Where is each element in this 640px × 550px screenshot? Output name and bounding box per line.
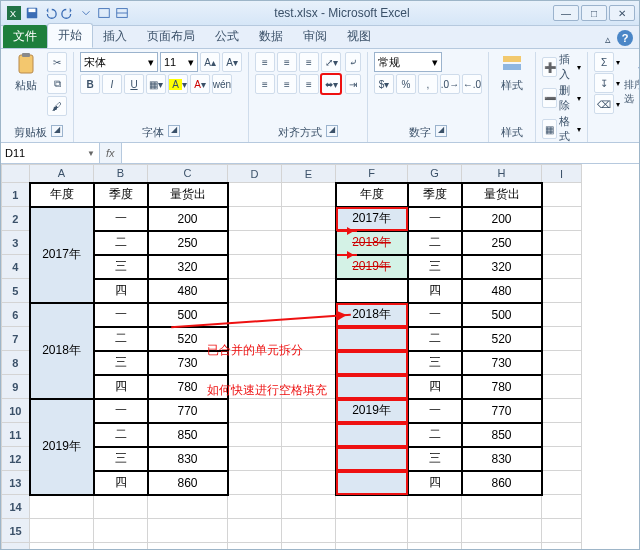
col-header-E[interactable]: E [282,165,336,183]
dec-decimal-button[interactable]: ←.0 [462,74,482,94]
font-size-combo[interactable]: 11▾ [160,52,198,72]
align-launcher[interactable]: ◢ [326,125,338,137]
help-icon[interactable]: ? [617,30,633,46]
title-bar: X test.xlsx - Microsoft Excel — □ ✕ [1,1,639,26]
merge-center-button[interactable]: ⬌▾ [321,74,341,94]
row-header-7[interactable]: 7 [2,327,30,351]
align-left-button[interactable]: ≡ [255,74,275,94]
row-header-1[interactable]: 1 [2,183,30,207]
clipboard-launcher[interactable]: ◢ [51,125,63,137]
col-header-F[interactable]: F [336,165,408,183]
font-launcher[interactable]: ◢ [168,125,180,137]
tab-4[interactable]: 数据 [249,25,293,48]
font-color-button[interactable]: A▾ [190,74,210,94]
align-bottom-button[interactable]: ≡ [299,52,319,72]
wrap-text-button[interactable]: ⤶ [345,52,361,72]
paste-icon [14,52,38,76]
qat-extra1-icon[interactable] [97,6,111,20]
percent-button[interactable]: % [396,74,416,94]
col-header-G[interactable]: G [408,165,462,183]
svg-rect-8 [22,53,30,57]
row-header-3[interactable]: 3 [2,231,30,255]
tab-file[interactable]: 文件 [3,25,47,48]
col-header-B[interactable]: B [94,165,148,183]
formula-input[interactable] [122,143,639,163]
merged-year[interactable]: 2017年 [30,207,94,303]
tab-6[interactable]: 视图 [337,25,381,48]
tab-2[interactable]: 页面布局 [137,25,205,48]
sort-filter-button[interactable]: 排序和筛选 [624,52,640,106]
cut-button[interactable]: ✂ [47,52,67,72]
number-launcher[interactable]: ◢ [435,125,447,137]
row-header-2[interactable]: 2 [2,207,30,231]
tab-1[interactable]: 插入 [93,25,137,48]
delete-cells-button[interactable]: ➖ [542,88,557,108]
insert-cells-button[interactable]: ➕ [542,57,557,77]
minimize-button[interactable]: — [553,5,579,21]
italic-button[interactable]: I [102,74,122,94]
undo-icon[interactable] [43,6,57,20]
merged-year[interactable]: 2019年 [30,399,94,495]
format-cells-button[interactable]: ▦ [542,119,557,139]
copy-button[interactable]: ⧉ [47,74,67,94]
col-header-I[interactable]: I [542,165,582,183]
border-button[interactable]: ▦▾ [146,74,166,94]
tab-0[interactable]: 开始 [47,23,93,48]
align-right-button[interactable]: ≡ [299,74,319,94]
row-header-10[interactable]: 10 [2,399,30,423]
align-middle-button[interactable]: ≡ [277,52,297,72]
align-center-button[interactable]: ≡ [277,74,297,94]
col-header-A[interactable]: A [30,165,94,183]
name-box[interactable]: D11▼ [1,143,100,163]
format-painter-button[interactable]: 🖌 [47,96,67,116]
redo-icon[interactable] [61,6,75,20]
fx-label[interactable]: fx [100,143,122,163]
paste-button[interactable]: 粘贴 [9,52,43,93]
tab-3[interactable]: 公式 [205,25,249,48]
row-header-9[interactable]: 9 [2,375,30,399]
shrink-font-button[interactable]: A▾ [222,52,242,72]
select-all-corner[interactable] [2,165,30,183]
row-header-11[interactable]: 11 [2,423,30,447]
row-header-5[interactable]: 5 [2,279,30,303]
currency-button[interactable]: $▾ [374,74,394,94]
font-name-combo[interactable]: 宋体▾ [80,52,158,72]
col-header-C[interactable]: C [148,165,228,183]
merged-year[interactable]: 2018年 [30,303,94,399]
phonetic-button[interactable]: wén [212,74,232,94]
svg-rect-10 [503,64,521,70]
group-number: 常规▾ $▾ % , .0→ ←.0 数字◢ [368,52,489,142]
grow-font-button[interactable]: A▴ [200,52,220,72]
qat-more-icon[interactable] [79,6,93,20]
underline-button[interactable]: U [124,74,144,94]
bold-button[interactable]: B [80,74,100,94]
row-header-13[interactable]: 13 [2,471,30,495]
tab-5[interactable]: 审阅 [293,25,337,48]
inc-decimal-button[interactable]: .0→ [440,74,460,94]
worksheet-grid[interactable]: ABCDEFGHI1年度季度量货出年度季度量货出22017年一2002017年一… [1,164,639,549]
row-header-4[interactable]: 4 [2,255,30,279]
clear-button[interactable]: ⌫ [594,94,614,114]
indent-button[interactable]: ⇥ [345,74,361,94]
row-header-6[interactable]: 6 [2,303,30,327]
fill-color-button[interactable]: A▾ [168,74,188,94]
row-header-8[interactable]: 8 [2,351,30,375]
close-button[interactable]: ✕ [609,5,635,21]
maximize-button[interactable]: □ [581,5,607,21]
col-header-D[interactable]: D [228,165,282,183]
row-header-12[interactable]: 12 [2,447,30,471]
styles-button[interactable]: 样式 [495,52,529,93]
orientation-button[interactable]: ⤢▾ [321,52,341,72]
ribbon-min-icon[interactable]: ▵ [605,33,617,48]
row-header-14[interactable]: 14 [2,495,30,519]
row-header-16[interactable]: 16 [2,543,30,550]
number-format-combo[interactable]: 常规▾ [374,52,442,72]
autosum-button[interactable]: Σ [594,52,614,72]
fill-button[interactable]: ↧ [594,73,614,93]
align-top-button[interactable]: ≡ [255,52,275,72]
comma-button[interactable]: , [418,74,438,94]
row-header-15[interactable]: 15 [2,519,30,543]
save-icon[interactable] [25,6,39,20]
qat-extra2-icon[interactable] [115,6,129,20]
col-header-H[interactable]: H [462,165,542,183]
